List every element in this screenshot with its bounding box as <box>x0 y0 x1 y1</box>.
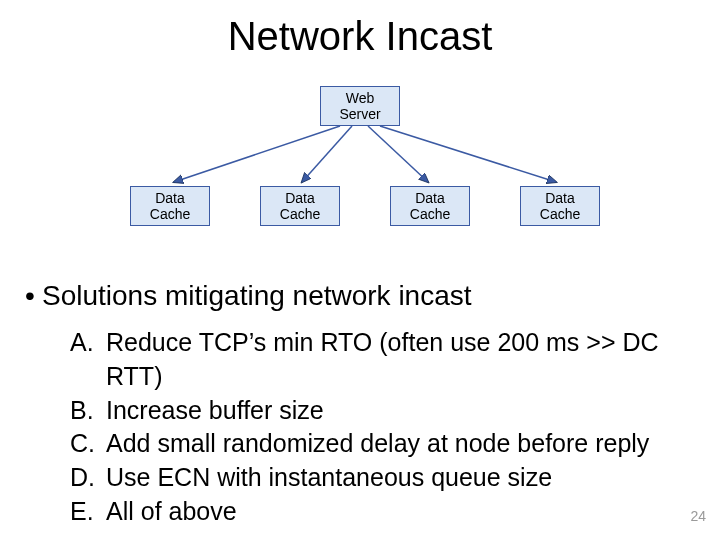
options-list: A. Reduce TCP’s min RTO (often use 200 m… <box>70 326 720 529</box>
data-cache-label: Data Cache <box>280 190 320 222</box>
svg-line-0 <box>174 126 340 182</box>
option-letter: E. <box>70 495 106 529</box>
svg-line-1 <box>302 126 352 182</box>
slide: Network Incast Web Server Data Cache Dat… <box>0 0 720 540</box>
data-cache-label: Data Cache <box>410 190 450 222</box>
list-item: C. Add small randomized delay at node be… <box>70 427 720 461</box>
option-text: Increase buffer size <box>106 394 324 428</box>
page-number: 24 <box>690 508 706 524</box>
data-cache-node: Data Cache <box>390 186 470 226</box>
option-text: Reduce TCP’s min RTO (often use 200 ms >… <box>106 326 720 394</box>
option-text: Add small randomized delay at node befor… <box>106 427 649 461</box>
option-letter: C. <box>70 427 106 461</box>
web-server-label: Web Server <box>339 90 380 122</box>
data-cache-node: Data Cache <box>260 186 340 226</box>
list-item: B. Increase buffer size <box>70 394 720 428</box>
slide-title: Network Incast <box>0 14 720 59</box>
data-cache-label: Data Cache <box>150 190 190 222</box>
option-letter: D. <box>70 461 106 495</box>
bullet-text: Solutions mitigating network incast <box>42 280 472 311</box>
list-item: E. All of above <box>70 495 720 529</box>
data-cache-label: Data Cache <box>540 190 580 222</box>
bullet-dot-icon: • <box>18 280 42 312</box>
data-cache-node: Data Cache <box>520 186 600 226</box>
option-text: All of above <box>106 495 237 529</box>
list-item: D. Use ECN with instantaneous queue size <box>70 461 720 495</box>
svg-line-3 <box>380 126 556 182</box>
svg-line-2 <box>368 126 428 182</box>
bullet-heading: •Solutions mitigating network incast <box>18 280 472 312</box>
option-text: Use ECN with instantaneous queue size <box>106 461 552 495</box>
incast-diagram: Web Server Data Cache Data Cache Data Ca… <box>0 80 720 240</box>
list-item: A. Reduce TCP’s min RTO (often use 200 m… <box>70 326 720 394</box>
option-letter: A. <box>70 326 106 394</box>
data-cache-node: Data Cache <box>130 186 210 226</box>
option-letter: B. <box>70 394 106 428</box>
web-server-node: Web Server <box>320 86 400 126</box>
